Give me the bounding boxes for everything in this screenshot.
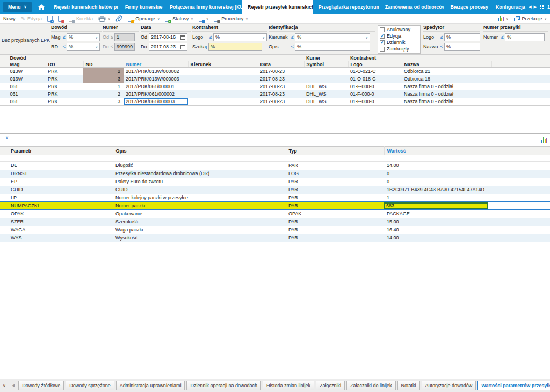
cell-parametr[interactable]: OPAK	[0, 210, 113, 218]
cell-typ[interactable]: LOG	[286, 170, 384, 178]
param-row-selected[interactable]: NUMPACZKI Numer paczki PAR 683	[0, 202, 550, 210]
col-header-numer[interactable]: Numer	[124, 61, 188, 68]
col-header-opis[interactable]: Opis	[113, 147, 286, 155]
kierunek-select[interactable]: %∨	[295, 33, 370, 41]
cell-nd[interactable]: 1	[83, 83, 124, 90]
col-header-rd[interactable]: RD	[46, 61, 83, 68]
bottom-tab-notatki[interactable]: Notatki	[397, 381, 420, 390]
panel-splitter[interactable]	[0, 133, 550, 134]
cell-kierunek[interactable]	[188, 90, 258, 98]
cell-mag[interactable]: 061	[8, 83, 46, 90]
param-row[interactable]: EP Palety Euro do zwrotu PAR 0	[0, 178, 550, 186]
cell-data[interactable]: 2017-08-23	[258, 90, 304, 98]
tab-przegladarka-repozytorium[interactable]: Przeglądarka repozytorium	[313, 0, 379, 14]
param-row[interactable]: WAGA Waga paczki PAR 16.40	[0, 226, 550, 234]
cell-typ[interactable]: PAR	[286, 194, 384, 202]
tab-overview-icon[interactable]	[540, 0, 544, 14]
transfer-menu-button[interactable]: ∨	[199, 16, 208, 22]
table-row-selected[interactable]: 061 PRK 3 2017/PRK/061/000003 2017-08-23…	[0, 98, 550, 106]
calendar-icon[interactable]	[180, 45, 185, 49]
cell-mag[interactable]: 013W	[8, 68, 46, 75]
cell-data[interactable]: 2017-08-23	[258, 75, 304, 83]
cell-data[interactable]: 2017-08-23	[258, 83, 304, 90]
cell-parametr[interactable]: WYS	[0, 234, 113, 242]
cell-typ[interactable]: PAR	[286, 218, 384, 226]
cell-opis[interactable]: Szerokość	[113, 218, 286, 226]
cell-rd[interactable]: PRK	[46, 90, 83, 98]
bottom-tab-historia-zmian-linijek[interactable]: Historia zmian linijek	[263, 381, 314, 390]
param-row[interactable]: OPAK Opakowanie OPAK PACKAGE	[0, 210, 550, 218]
cell-rd[interactable]: PRK	[46, 75, 83, 83]
cell-symbol[interactable]: DHL_WS	[304, 83, 348, 90]
collapse-tabs-icon[interactable]: ∨	[3, 383, 6, 388]
edit-button[interactable]: ✎ Edycja	[21, 16, 42, 21]
cell-opis[interactable]: Numer kolejny paczki w przesyłce	[113, 194, 286, 202]
tab-zamowienia-od-odbiorcow[interactable]: Zamówienia od odbiorców	[379, 0, 445, 14]
cell-typ[interactable]: PAR	[286, 178, 384, 186]
cell-opis[interactable]: Waga paczki	[113, 226, 286, 234]
cell-opis[interactable]: Przesyłka niestandardowa drobnicowa (DR)	[113, 170, 286, 178]
checkbox-zamkniety[interactable]: Zamknięty	[380, 46, 418, 52]
cell-opis[interactable]: Długość	[113, 162, 286, 170]
data-od-input[interactable]: 2017-08-16	[149, 33, 187, 41]
cell-mag[interactable]: 061	[8, 90, 46, 98]
cell-parametr[interactable]: SZER	[0, 218, 113, 226]
cell-logo[interactable]: 01-F-000-0	[348, 83, 402, 90]
cell-typ[interactable]: PAR	[286, 186, 384, 194]
tab-rejestr-przesylek-kurierskich[interactable]: Rejestr przesyłek kurierskich	[242, 0, 313, 14]
menu-button[interactable]: Menu ∨	[3, 2, 32, 12]
cell-data[interactable]: 2017-08-23	[258, 98, 304, 106]
cell-nazwa[interactable]: Odbiorca 18	[402, 75, 491, 83]
print-button[interactable]: ∨	[98, 16, 110, 22]
cell-symbol[interactable]	[304, 75, 348, 83]
operations-menu-button[interactable]: Operacje ∨	[128, 16, 160, 22]
cell-numer[interactable]: 2017/PRK/013W/000003	[124, 75, 188, 83]
cell-wartosc[interactable]: 0	[384, 170, 488, 178]
cell-parametr[interactable]: DL	[0, 162, 113, 170]
filter-row[interactable]	[0, 155, 550, 162]
tab-firmy-kurierskie[interactable]: Firmy kurierskie	[119, 0, 164, 14]
tab-polaczenia-firmy-kurierskiej[interactable]: Połączenia firmy kurierskiej [KURIER	[164, 0, 242, 14]
cell-opis[interactable]: GUID	[113, 186, 286, 194]
cell-symbol[interactable]: DHL_WS	[304, 90, 348, 98]
cell-nazwa[interactable]: Odbiorca 21	[402, 68, 491, 75]
cell-kierunek[interactable]	[188, 68, 258, 75]
tab-konfiguracja[interactable]: Konfiguracja	[490, 0, 528, 14]
bottom-tab-administracja-uprawnieniami[interactable]: Administracja uprawnieniami	[116, 381, 185, 390]
cell-kierunek[interactable]	[188, 98, 258, 106]
param-row[interactable]: WYS Wysokość PAR 14.00	[0, 234, 550, 242]
cell-wartosc[interactable]: 14.00	[384, 162, 488, 170]
focused-cell-box[interactable]: 2017/PRK/061/000003	[124, 98, 188, 105]
col-header-kierunek[interactable]: Kierunek	[188, 61, 258, 68]
row-selector[interactable]	[0, 98, 8, 106]
table-row[interactable]: 013W PRK 3 2017/PRK/013W/000003 2017-08-…	[0, 75, 550, 83]
cell-typ[interactable]: PAR	[286, 202, 384, 210]
param-row[interactable]: SZER Szerokość PAR 15.00	[0, 218, 550, 226]
views-menu-button[interactable]: Przekroje ∨	[514, 16, 547, 21]
tab-rejestr-kurierskich-listow[interactable]: Rejestr kurierskich listów prz	[48, 0, 119, 14]
col-header-logo[interactable]: Logo	[348, 61, 402, 68]
row-selector[interactable]	[0, 68, 8, 75]
param-row-highlighted[interactable]: GUID GUID PAR 1B2C0971-B439-4C43-BA30-42…	[0, 186, 550, 194]
cell-numer-focused[interactable]: 2017/PRK/061/000003	[124, 98, 188, 106]
data-do-input[interactable]: 2017-08-23	[149, 43, 187, 51]
cell-parametr[interactable]: LP	[0, 194, 113, 202]
cell-rd[interactable]: PRK	[46, 83, 83, 90]
opis-input[interactable]: %	[295, 43, 370, 51]
new-button[interactable]: Nowy	[3, 16, 16, 21]
param-row[interactable]: LP Numer kolejny paczki w przesyłce PAR …	[0, 194, 550, 202]
cell-logo[interactable]: 01-O-021-C	[348, 68, 402, 75]
cell-wartosc[interactable]: PACKAGE	[384, 210, 488, 218]
bottom-tab-dowody-sprzezone[interactable]: Dowody sprzężone	[66, 381, 114, 390]
cell-nazwa[interactable]: Nasza firma 0 - oddział	[402, 83, 491, 90]
mag-select[interactable]: %∨	[67, 33, 100, 41]
cell-nazwa[interactable]: Nasza firma 0 - oddział	[402, 90, 491, 98]
param-row[interactable]: DRNST Przesyłka niestandardowa drobnicow…	[0, 170, 550, 178]
bottom-tab-wartosci-parametrow-przesylki[interactable]: Wartości parametrów przesyłki	[477, 381, 550, 390]
attachments-button[interactable]	[115, 15, 122, 22]
cell-opis[interactable]: Opakowanie	[113, 210, 286, 218]
cell-logo[interactable]: 01-F-000-0	[348, 90, 402, 98]
bottom-tab-dziennik-operacji[interactable]: Dziennik operacji na dowodach	[186, 381, 261, 390]
col-header-data[interactable]: Data	[258, 61, 304, 68]
correction-button[interactable]: Korekta	[69, 16, 93, 22]
